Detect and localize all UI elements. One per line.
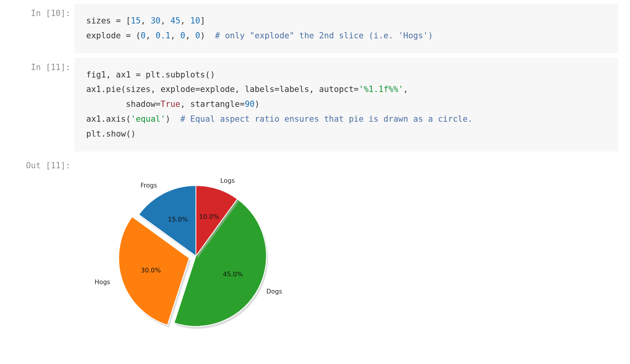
code-token: startangle [190,99,240,109]
code-token: sizes, explode [126,85,195,94]
pie-pct-frogs: 15.0% [168,216,188,223]
code-token: = [116,16,126,25]
pie-pct-hogs: 30.0% [141,267,161,274]
code-block-11[interactable]: fig1, ax1 = plt.subplots() ax1.pie(sizes… [74,58,618,151]
code-token: ) [165,114,180,124]
code-token: , [403,85,408,94]
code-token: . [101,129,106,139]
code-token: shadow [126,99,156,109]
code-token: fig1, ax1 [86,70,136,79]
code-token: , [185,31,195,40]
output-area-11: 15.0%Frogs30.0%Hogs45.0%Dogs10.0%Logs [74,156,618,340]
code-token: 0 [180,31,185,40]
cell-in-10: In [10]: sizes = [15, 30, 45, 10] explod… [12,4,618,53]
code-token: explode [86,31,126,40]
code-token: ) [255,99,260,109]
code-token: 10 [190,16,200,25]
code-comment: # only "explode" the 2nd slice (i.e. 'Ho… [215,31,433,40]
code-token: , [180,99,190,109]
code-token: ) [200,31,215,40]
code-token: plt [146,70,161,79]
pie-label-logs: Logs [220,177,235,184]
code-token: , [141,16,150,25]
code-token: = [195,85,200,94]
code-token: True [161,99,181,109]
code-token [86,99,126,109]
code-token: '%1.1f%%' [358,85,403,94]
code-token: . [101,114,106,124]
code-token: ( [126,114,131,124]
code-token: = [156,99,161,109]
pie-svg [86,160,282,340]
code-token: subplots [165,70,205,79]
code-token: sizes [86,16,116,25]
code-token: , [180,16,190,25]
code-token: = [275,85,280,94]
code-token: , [146,31,156,40]
code-token: 0.1 [156,31,170,40]
code-token: 0 [141,31,146,40]
code-token: ] [200,16,205,25]
code-token: = [354,85,359,94]
code-block-10[interactable]: sizes = [15, 30, 45, 10] explode = (0, 0… [74,4,618,53]
code-token: ( [136,31,141,40]
code-token: show [106,129,126,139]
code-token: () [126,129,136,139]
code-token: 'equal' [131,114,166,124]
code-token: axis [106,114,126,124]
code-token: ax1 [86,85,101,94]
code-token: 0 [195,31,200,40]
code-token: [ [126,16,131,25]
code-token: = [136,70,145,79]
code-token: . [101,85,106,94]
pie-label-dogs: Dogs [266,288,282,295]
pie-label-hogs: Hogs [94,278,110,286]
pie-chart: 15.0%Frogs30.0%Hogs45.0%Dogs10.0%Logs [86,160,282,340]
pie-label-frogs: Frogs [140,182,157,189]
code-token: () [205,70,215,79]
code-token: 30 [150,16,160,25]
code-token: , [161,16,170,25]
cell-in-11: In [11]: fig1, ax1 = plt.subplots() ax1.… [12,58,618,151]
code-token: = [240,99,245,109]
pie-pct-logs: 10.0% [199,213,219,220]
code-token: ( [121,85,126,94]
code-token: , [170,31,180,40]
prompt-out-11: Out [11]: [12,156,74,170]
prompt-in-11: In [11]: [12,58,74,72]
code-token: 45 [170,16,180,25]
code-token: 90 [245,99,255,109]
prompt-in-10: In [10]: [12,4,74,18]
code-token: . [161,70,166,79]
code-token: labels, autopct [279,85,354,94]
code-token: = [126,31,136,40]
code-token: pie [106,85,121,94]
code-token: ax1 [86,114,101,124]
pie-pct-dogs: 45.0% [223,270,243,278]
code-comment: # Equal aspect ratio ensures that pie is… [180,114,472,124]
code-token: explode, labels [200,85,275,94]
cell-out-11: Out [11]: 15.0%Frogs30.0%Hogs45.0%Dogs10… [12,156,618,340]
code-token: 15 [131,16,141,25]
code-token: plt [86,129,101,139]
